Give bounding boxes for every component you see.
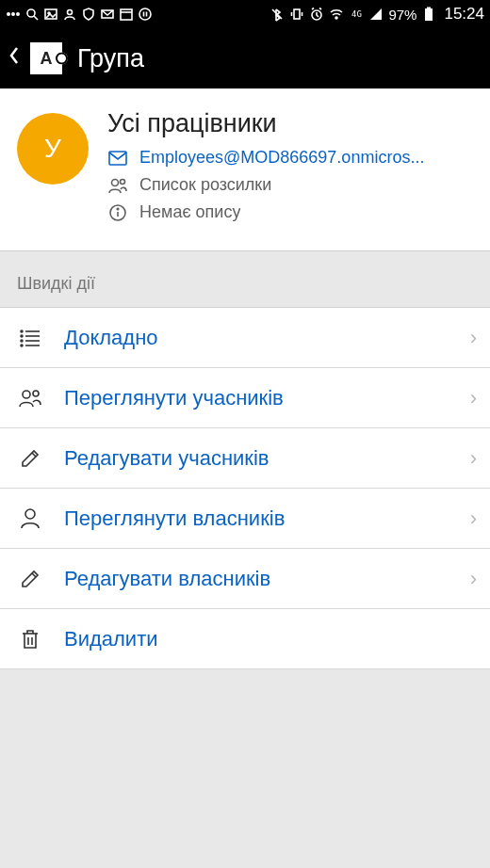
svg-point-41 bbox=[21, 335, 23, 337]
group-name: Усі працівники bbox=[107, 109, 473, 138]
page-title: Група bbox=[77, 44, 144, 73]
shield-icon bbox=[81, 7, 96, 22]
svg-point-48 bbox=[23, 391, 30, 398]
avatar-letter: У bbox=[44, 134, 61, 164]
wifi-icon bbox=[329, 7, 344, 22]
svg-line-50 bbox=[32, 453, 36, 457]
svg-rect-22 bbox=[425, 8, 433, 21]
svg-point-7 bbox=[68, 10, 73, 15]
action-details-label: Докладно bbox=[64, 326, 449, 350]
mail-icon bbox=[100, 7, 115, 22]
pause-icon bbox=[138, 7, 153, 22]
app-logo-icon: A bbox=[30, 42, 62, 74]
group-email: Employees@MOD866697.onmicros... bbox=[139, 148, 424, 168]
avatar: У bbox=[17, 113, 89, 185]
action-view-members-label: Переглянути учасників bbox=[64, 386, 449, 410]
battery-percent: 97% bbox=[388, 7, 416, 23]
svg-point-42 bbox=[21, 340, 23, 342]
pencil-icon bbox=[17, 568, 43, 590]
info-icon bbox=[107, 203, 128, 222]
svg-point-43 bbox=[21, 345, 23, 346]
chevron-right-icon: › bbox=[470, 506, 477, 531]
group-type-row: Список розсилки bbox=[107, 175, 473, 195]
trash-icon bbox=[17, 628, 43, 651]
action-view-owners[interactable]: Переглянути власників › bbox=[0, 489, 490, 549]
svg-line-20 bbox=[319, 8, 321, 10]
clock: 15:24 bbox=[444, 5, 484, 24]
menu-dots-icon bbox=[6, 7, 21, 22]
vibrate-icon bbox=[289, 7, 304, 22]
person-icon bbox=[62, 7, 77, 22]
back-icon[interactable] bbox=[8, 44, 21, 72]
svg-rect-15 bbox=[294, 9, 300, 19]
svg-point-40 bbox=[21, 330, 23, 332]
svg-point-32 bbox=[121, 179, 125, 184]
svg-point-21 bbox=[335, 17, 337, 19]
svg-point-31 bbox=[112, 179, 119, 185]
svg-point-11 bbox=[139, 8, 151, 20]
svg-point-24 bbox=[57, 54, 67, 63]
action-view-owners-label: Переглянути власників bbox=[64, 506, 449, 531]
svg-line-4 bbox=[34, 16, 38, 20]
svg-point-1 bbox=[12, 13, 14, 15]
group-card: У Усі працівники Employees@MOD866697.onm… bbox=[0, 88, 490, 251]
chevron-right-icon: › bbox=[470, 567, 477, 591]
details-icon bbox=[17, 328, 43, 348]
group-description-row: Немає опису bbox=[107, 202, 473, 222]
battery-icon bbox=[421, 7, 436, 22]
app-bar: A Група bbox=[0, 28, 490, 88]
bluetooth-off-icon bbox=[270, 7, 285, 22]
svg-line-52 bbox=[32, 573, 36, 577]
alarm-icon bbox=[309, 7, 324, 22]
svg-point-2 bbox=[17, 13, 19, 15]
svg-rect-23 bbox=[427, 8, 431, 9]
chevron-right-icon: › bbox=[470, 386, 477, 410]
group-description: Немає опису bbox=[139, 202, 240, 222]
quick-actions-list: Докладно › Переглянути учасників › Редаг… bbox=[0, 307, 490, 669]
group-type: Список розсилки bbox=[139, 175, 271, 195]
svg-point-35 bbox=[117, 208, 119, 210]
action-details[interactable]: Докладно › bbox=[0, 308, 490, 368]
image-icon bbox=[43, 7, 58, 22]
network-4g-icon: 4G bbox=[349, 7, 364, 22]
pencil-icon bbox=[17, 447, 43, 470]
group-email-row[interactable]: Employees@MOD866697.onmicros... bbox=[107, 148, 473, 168]
status-right: 4G 97% 15:24 bbox=[270, 5, 484, 24]
svg-point-3 bbox=[27, 9, 35, 17]
svg-point-51 bbox=[25, 509, 35, 519]
people-icon bbox=[17, 388, 43, 409]
signal-icon bbox=[368, 7, 384, 22]
chevron-right-icon: › bbox=[470, 446, 477, 471]
person-icon bbox=[17, 507, 43, 530]
svg-point-0 bbox=[8, 13, 9, 15]
action-delete-label: Видалити bbox=[64, 627, 477, 651]
action-delete[interactable]: Видалити bbox=[0, 609, 490, 669]
svg-rect-9 bbox=[121, 9, 132, 20]
quick-actions-header: Швидкі дії bbox=[0, 251, 490, 307]
action-edit-owners-label: Редагувати власників bbox=[64, 567, 449, 591]
action-edit-members[interactable]: Редагувати учасників › bbox=[0, 428, 490, 489]
people-icon bbox=[107, 177, 128, 194]
action-edit-owners[interactable]: Редагувати власників › bbox=[0, 549, 490, 609]
svg-point-25 bbox=[60, 56, 64, 60]
calendar-icon bbox=[119, 7, 134, 22]
search-icon bbox=[24, 7, 40, 22]
status-left bbox=[6, 7, 153, 22]
svg-point-49 bbox=[33, 391, 39, 396]
status-bar: 4G 97% 15:24 bbox=[0, 0, 490, 28]
action-edit-members-label: Редагувати учасників bbox=[64, 446, 449, 471]
action-view-members[interactable]: Переглянути учасників › bbox=[0, 368, 490, 428]
svg-line-19 bbox=[312, 8, 314, 10]
mail-icon bbox=[107, 151, 128, 166]
chevron-right-icon: › bbox=[470, 326, 477, 350]
